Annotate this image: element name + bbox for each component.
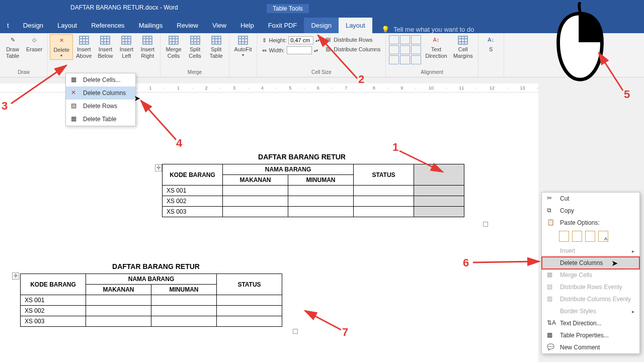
th-nama[interactable]: NAMA BARANG — [86, 274, 217, 285]
tab-table-layout[interactable]: Layout — [339, 18, 372, 33]
table-resize-handle[interactable] — [293, 329, 298, 334]
th-minuman[interactable]: MINUMAN — [151, 285, 217, 295]
ctx-merge-cells[interactable]: ▦Merge Cells — [542, 269, 639, 281]
cell[interactable]: XS 003 — [163, 207, 223, 217]
ctx-table-properties[interactable]: ▦Table Properties... — [542, 329, 639, 341]
autofit-button[interactable]: AutoFit▾ — [231, 34, 255, 59]
table-move-handle[interactable]: ✢ — [12, 273, 19, 280]
ctx-dist-cols[interactable]: ▥Distribute Columns Evenly — [542, 293, 639, 305]
delete-columns-item[interactable]: ✕Delete Columns — [66, 86, 135, 100]
cell[interactable]: XS 002 — [21, 306, 86, 316]
context-menu: ✂Cut ⧉Copy 📋Paste Options: A Insert▸ Del… — [541, 192, 640, 354]
grid-icon — [458, 36, 468, 45]
tab-mailings[interactable]: Mailings — [132, 18, 170, 33]
tab-design[interactable]: Design — [16, 18, 50, 33]
ctx-text-direction[interactable]: ⇅AText Direction... — [542, 317, 639, 329]
cell[interactable]: XS 001 — [163, 186, 223, 196]
ctx-dist-rows[interactable]: ▤Distribute Rows Evenly — [542, 281, 639, 293]
delete-x-icon: ✕ — [56, 36, 66, 46]
distribute-columns-button[interactable]: ▥Distribute Columns — [326, 46, 380, 52]
grid-icon — [238, 36, 248, 45]
split-cells-button[interactable]: Split Cells — [185, 34, 206, 60]
tell-me-search[interactable]: 💡 Tell me what you want to do — [381, 26, 474, 33]
document-title: DAFTAR BARANG RETUR.docx - Word — [70, 4, 178, 11]
tab-layout[interactable]: Layout — [50, 18, 84, 33]
paste-option-1[interactable] — [559, 231, 569, 242]
th-status[interactable]: STATUS — [354, 164, 414, 186]
paste-option-2[interactable] — [572, 231, 582, 242]
group-draw-label: Draw — [18, 69, 30, 76]
sort-button[interactable]: A↓S — [480, 34, 502, 54]
table-resize-handle[interactable] — [483, 222, 488, 227]
insert-left-button[interactable]: Insert Left — [116, 34, 137, 60]
width-row: ⇔Width:▴▾ — [262, 46, 319, 54]
cursor-icon: ➤ — [134, 94, 140, 103]
tab-table-design[interactable]: Design — [304, 18, 338, 33]
draw-table-button[interactable]: ✎Draw Table — [2, 34, 23, 60]
table-move-handle[interactable]: ✢ — [155, 164, 162, 171]
column-x-icon: ✕ — [71, 89, 79, 97]
text-direction-button[interactable]: A↕Text Direction — [422, 34, 450, 60]
tab-foxit[interactable]: Foxit PDF — [261, 18, 304, 33]
delete-dropdown: ▦Delete Cells... ✕Delete Columns ▤Delete… — [65, 73, 136, 126]
th-kode[interactable]: KODE BARANG — [163, 164, 223, 186]
insert-above-button[interactable]: Insert Above — [73, 34, 95, 60]
delete-cells-item[interactable]: ▦Delete Cells... — [66, 73, 135, 86]
distribute-rows-button[interactable]: ▤Distribute Rows — [326, 36, 380, 43]
cell[interactable]: XS 002 — [163, 196, 223, 207]
merge-icon: ▦ — [547, 271, 555, 279]
eraser-button[interactable]: ◇Eraser — [23, 34, 45, 54]
dist-cols-icon: ▥ — [326, 46, 331, 52]
th-kode[interactable]: KODE BARANG — [21, 274, 86, 295]
delete-table-item[interactable]: ▦Delete Table — [66, 113, 135, 126]
delete-rows-item[interactable]: ▤Delete Rows — [66, 100, 135, 113]
th-minuman[interactable]: MINUMAN — [288, 175, 354, 186]
dist-rows-icon: ▤ — [326, 36, 331, 43]
th-selected-empty[interactable] — [414, 164, 464, 186]
merge-cells-button[interactable]: Merge Cells — [163, 34, 184, 60]
ctx-border-styles[interactable]: Border Styles▸ — [542, 305, 639, 317]
cell-margins-button[interactable]: Cell Margins — [450, 34, 476, 60]
tab-partial[interactable]: t — [0, 18, 16, 33]
ctx-insert[interactable]: Insert▸ — [542, 245, 639, 257]
table2-title: DAFTAR BARANG RETUR — [10, 262, 302, 270]
th-status[interactable]: STATUS — [217, 274, 282, 295]
height-input[interactable] — [288, 36, 313, 44]
text-dir-icon: A↕ — [431, 35, 441, 45]
cursor-icon: ➤ — [611, 258, 618, 268]
th-makanan[interactable]: MAKANAN — [86, 285, 151, 295]
alignment-grid[interactable] — [388, 34, 422, 65]
width-icon: ⇔ — [262, 47, 267, 54]
cell[interactable]: XS 001 — [21, 295, 86, 306]
tab-review[interactable]: Review — [170, 18, 205, 33]
grid-icon — [190, 36, 200, 45]
delete-button[interactable]: ✕Delete▾ — [50, 34, 73, 60]
ctx-new-comment[interactable]: 💬New Comment — [542, 341, 639, 353]
table-icon: ▦ — [547, 331, 555, 339]
table-1[interactable]: KODE BARANG NAMA BARANG STATUS MAKANAN M… — [162, 164, 464, 217]
tab-help[interactable]: Help — [233, 18, 261, 33]
th-makanan[interactable]: MAKANAN — [223, 175, 288, 186]
paste-option-3[interactable] — [585, 231, 595, 242]
ctx-paste-icons: A — [542, 229, 639, 245]
ctx-copy[interactable]: ⧉Copy — [542, 205, 639, 217]
th-nama[interactable]: NAMA BARANG — [223, 164, 354, 175]
ctx-cut[interactable]: ✂Cut — [542, 193, 639, 205]
group-cellsize-label: Cell Size — [311, 69, 331, 76]
ctx-delete-columns[interactable]: Delete Columns — [542, 257, 639, 269]
insert-right-button[interactable]: Insert Right — [137, 34, 158, 60]
height-icon: ⇕ — [262, 37, 267, 44]
table-2[interactable]: KODE BARANG NAMA BARANG STATUS MAKANAN M… — [20, 274, 282, 327]
insert-below-button[interactable]: Insert Below — [95, 34, 116, 60]
page-2: ✢ DAFTAR BARANG RETUR KODE BARANG NAMA B… — [10, 262, 302, 327]
cell[interactable]: XS 003 — [21, 316, 86, 327]
paste-option-4[interactable]: A — [598, 231, 608, 242]
tab-view[interactable]: View — [205, 18, 233, 33]
width-input[interactable] — [287, 46, 312, 54]
split-table-button[interactable]: Split Table — [206, 34, 227, 60]
table-tools-label: Table Tools — [267, 4, 309, 13]
lightbulb-icon: 💡 — [381, 26, 389, 33]
scissors-icon: ✂ — [547, 195, 555, 203]
tab-references[interactable]: References — [84, 18, 131, 33]
sort-icon: A↓ — [486, 35, 496, 45]
